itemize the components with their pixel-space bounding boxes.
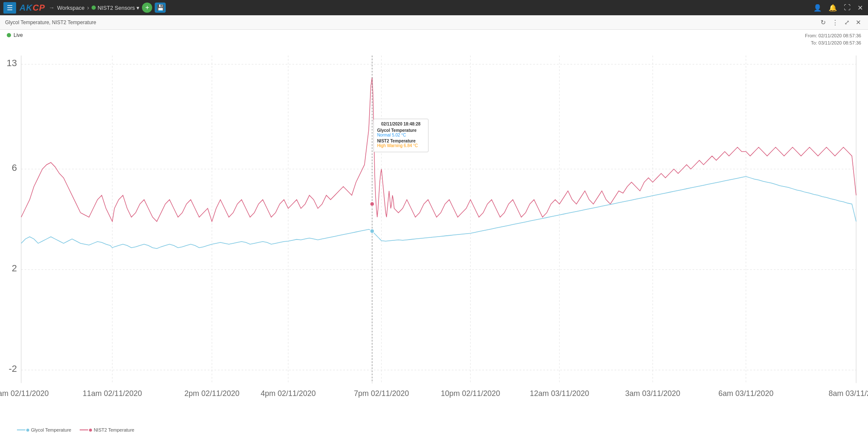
chart-legend: Glycol Temperature NIST2 Temperature [17, 427, 134, 432]
live-dot [7, 33, 11, 37]
breadcrumb-arrow: › [87, 4, 89, 11]
dropdown-icon: ▾ [136, 5, 139, 11]
nist2-line [21, 77, 856, 221]
svg-text:11am 02/11/2020: 11am 02/11/2020 [83, 389, 142, 398]
legend-nist2: NIST2 Temperature [80, 427, 134, 432]
glycol-line [21, 176, 856, 248]
svg-text:8am 03/11/2020: 8am 03/11/2020 [829, 389, 868, 398]
svg-text:2pm 02/11/2020: 2pm 02/11/2020 [184, 389, 239, 398]
svg-text:10pm 02/11/2020: 10pm 02/11/2020 [441, 389, 500, 398]
svg-text:12am 03/11/2020: 12am 03/11/2020 [530, 389, 589, 398]
svg-text:13: 13 [7, 57, 17, 68]
nist2-tooltip-point [370, 202, 374, 206]
window-close-button[interactable]: ✕ [856, 3, 865, 13]
nist2-legend-dot [89, 429, 92, 432]
save-button[interactable]: 💾 [155, 3, 166, 13]
glycol-tooltip-point [370, 229, 374, 233]
main-chart-svg[interactable]: 13 6 2 -2 8am 02/11/2020 11am 02/11/2020… [0, 42, 868, 418]
refresh-button[interactable]: ↻ [819, 18, 828, 27]
notifications-button[interactable]: 🔔 [827, 3, 839, 13]
live-label: Live [14, 32, 23, 38]
more-options-button[interactable]: ⋮ [830, 18, 840, 27]
save-icon: 💾 [157, 4, 164, 11]
glycol-legend-dot [26, 429, 29, 432]
user-button[interactable]: 👤 [812, 3, 823, 13]
chart-svg-wrapper[interactable]: 13 6 2 -2 8am 02/11/2020 11am 02/11/2020… [0, 42, 868, 418]
add-button[interactable]: + [142, 3, 152, 13]
sensor-breadcrumb-button[interactable]: NIST2 Sensors ▾ [92, 5, 139, 11]
legend-glycol: Glycol Temperature [17, 427, 71, 432]
sensor-status-dot [92, 6, 96, 10]
glycol-legend-label: Glycol Temperature [31, 427, 71, 432]
svg-text:8am 02/11/2020: 8am 02/11/2020 [0, 389, 49, 398]
toolbar-actions: ↻ ⋮ ⤢ ✕ [819, 18, 863, 27]
breadcrumb: → Workspace › NIST2 Sensors ▾ + 💾 [49, 3, 166, 13]
workspace-arrow-icon: → [49, 4, 55, 11]
fullscreen-button[interactable]: ⛶ [842, 3, 852, 12]
glycol-legend-line [17, 429, 25, 430]
hamburger-icon: ☰ [7, 4, 13, 11]
legend-nist2-icon [80, 429, 92, 432]
svg-text:6am 03/11/2020: 6am 03/11/2020 [718, 389, 773, 398]
chart-title: Glycol Temperature, NIST2 Temperature [5, 20, 815, 25]
logo-ak: AK [19, 3, 33, 13]
chart-header: Live [7, 32, 23, 38]
nist2-legend-line [80, 429, 88, 430]
svg-text:7pm 02/11/2020: 7pm 02/11/2020 [354, 389, 409, 398]
logo-cp: CP [33, 3, 45, 13]
close-chart-button[interactable]: ✕ [854, 18, 863, 27]
svg-text:4pm 02/11/2020: 4pm 02/11/2020 [261, 389, 316, 398]
menu-button[interactable]: ☰ [3, 2, 16, 14]
svg-text:2: 2 [12, 263, 17, 273]
date-from: From: 02/11/2020 08:57:36 [805, 32, 861, 39]
sensor-name-label: NIST2 Sensors [97, 5, 135, 11]
chart-container: Live From: 02/11/2020 08:57:36 To: 03/11… [0, 30, 868, 435]
expand-chart-button[interactable]: ⤢ [843, 18, 851, 27]
toolbar: Glycol Temperature, NIST2 Temperature ↻ … [0, 15, 868, 30]
title-bar: ☰ AKCP → Workspace › NIST2 Sensors ▾ + 💾… [0, 0, 868, 15]
svg-text:3am 03/11/2020: 3am 03/11/2020 [625, 389, 680, 398]
svg-text:-2: -2 [8, 363, 17, 374]
title-bar-actions: 👤 🔔 ⛶ ✕ [812, 3, 865, 13]
nist2-legend-label: NIST2 Temperature [94, 427, 134, 432]
legend-glycol-icon [17, 429, 29, 432]
workspace-label: Workspace [57, 5, 85, 11]
svg-text:6: 6 [12, 162, 17, 173]
logo: AKCP [19, 3, 45, 13]
